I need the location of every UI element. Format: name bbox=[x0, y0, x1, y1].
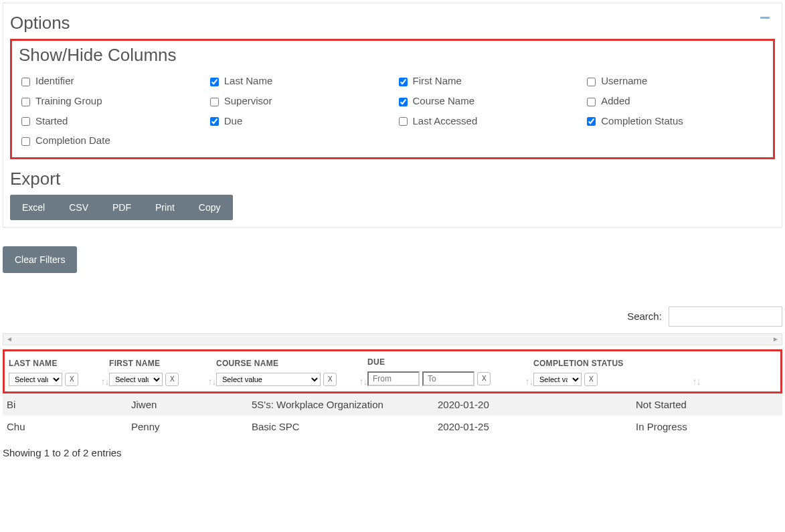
sort-icon[interactable]: ↑↓ bbox=[693, 378, 701, 385]
sort-icon[interactable]: ↑↓ bbox=[359, 378, 367, 385]
collapse-icon[interactable] bbox=[760, 17, 770, 19]
cell-last-name: Chu bbox=[7, 421, 131, 432]
search-input[interactable] bbox=[669, 306, 782, 327]
cell-first-name: Jiwen bbox=[131, 399, 252, 410]
column-checkbox[interactable] bbox=[210, 78, 219, 86]
column-label[interactable]: Last Accessed bbox=[413, 115, 478, 126]
sort-icon[interactable]: ↑↓ bbox=[101, 378, 109, 385]
filter-course-name[interactable]: Select value bbox=[216, 373, 321, 386]
filter-due-to[interactable] bbox=[422, 371, 474, 386]
col-header-course-name: COURSE NAME Select value X ↑↓ bbox=[216, 358, 367, 386]
col-header-last-name: LAST NAME Select value X ↑↓ bbox=[9, 358, 109, 386]
export-excel-button[interactable]: Excel bbox=[10, 195, 57, 220]
column-checkbox[interactable] bbox=[399, 78, 408, 86]
options-heading: Options bbox=[10, 13, 775, 33]
table-row: ChuPennyBasic SPC2020-01-25In Progress bbox=[3, 416, 782, 438]
column-toggle: Username bbox=[584, 75, 766, 88]
search-row: Search: bbox=[3, 306, 782, 327]
column-toggle: First Name bbox=[396, 75, 578, 88]
columns-grid: IdentifierLast NameFirst NameUsernameTra… bbox=[19, 71, 766, 148]
column-checkbox[interactable] bbox=[21, 137, 30, 146]
column-checkbox[interactable] bbox=[21, 78, 30, 86]
col-header-due: DUE X ↑↓ bbox=[367, 357, 533, 386]
col-header-completion-status: COMPLETION STATUS Select value X ↑↓ bbox=[533, 358, 701, 386]
column-label[interactable]: Username bbox=[601, 75, 647, 86]
cell-first-name: Penny bbox=[131, 421, 252, 432]
column-label[interactable]: Supervisor bbox=[224, 95, 272, 106]
column-toggle: Added bbox=[584, 95, 766, 108]
column-label[interactable]: Completion Date bbox=[35, 135, 110, 146]
cell-last-name: Bi bbox=[7, 399, 131, 410]
column-toggle: Training Group bbox=[19, 95, 201, 108]
column-checkbox[interactable] bbox=[587, 78, 596, 86]
showhide-section: Show/Hide Columns IdentifierLast NameFir… bbox=[10, 39, 775, 159]
export-print-button[interactable]: Print bbox=[143, 195, 187, 220]
column-checkbox[interactable] bbox=[587, 98, 596, 106]
column-label[interactable]: Added bbox=[601, 95, 630, 106]
sort-icon[interactable]: ↑↓ bbox=[525, 378, 533, 385]
search-label: Search: bbox=[627, 311, 662, 322]
cell-completion-status: Not Started bbox=[636, 399, 768, 410]
clear-filters-button[interactable]: Clear Filters bbox=[3, 246, 77, 273]
column-checkbox[interactable] bbox=[399, 98, 408, 106]
table-row: BiJiwen5S's: Workplace Organization2020-… bbox=[3, 393, 782, 416]
showhide-heading: Show/Hide Columns bbox=[19, 45, 766, 66]
col-header-first-name: FIRST NAME Select value X ↑↓ bbox=[109, 358, 216, 386]
cell-due: 2020-01-25 bbox=[438, 421, 636, 432]
clear-filter-first-name[interactable]: X bbox=[165, 373, 179, 386]
clear-filter-due[interactable]: X bbox=[477, 372, 491, 385]
export-pdf-button[interactable]: PDF bbox=[100, 195, 143, 220]
clear-filter-course-name[interactable]: X bbox=[323, 373, 337, 386]
column-checkbox[interactable] bbox=[21, 117, 30, 126]
column-label[interactable]: Last Name bbox=[224, 75, 273, 86]
column-label[interactable]: Started bbox=[35, 115, 68, 126]
column-toggle: Completion Status bbox=[584, 115, 766, 128]
column-checkbox[interactable] bbox=[21, 98, 30, 106]
sort-icon[interactable]: ↑↓ bbox=[208, 378, 216, 385]
horizontal-scrollbar[interactable]: ◄ ► bbox=[3, 333, 782, 345]
export-heading: Export bbox=[10, 169, 775, 189]
column-toggle: Last Name bbox=[207, 75, 389, 88]
column-checkbox[interactable] bbox=[587, 117, 596, 126]
column-label[interactable]: Course Name bbox=[413, 95, 475, 106]
cell-due: 2020-01-20 bbox=[438, 399, 636, 410]
export-copy-button[interactable]: Copy bbox=[187, 195, 233, 220]
column-toggle: Supervisor bbox=[207, 95, 389, 108]
filter-first-name[interactable]: Select value bbox=[109, 373, 163, 386]
column-label[interactable]: Identifier bbox=[35, 75, 74, 86]
filter-due-from[interactable] bbox=[367, 371, 420, 386]
column-toggle: Identifier bbox=[19, 75, 201, 88]
column-toggle: Last Accessed bbox=[396, 115, 578, 128]
column-toggle: Due bbox=[207, 115, 389, 128]
column-label[interactable]: Completion Status bbox=[601, 115, 683, 126]
export-button-group: ExcelCSVPDFPrintCopy bbox=[10, 195, 233, 220]
column-toggle: Started bbox=[19, 115, 201, 128]
cell-completion-status: In Progress bbox=[636, 421, 768, 432]
entries-info: Showing 1 to 2 of 2 entries bbox=[3, 447, 782, 458]
column-toggle: Completion Date bbox=[19, 135, 201, 148]
cell-course-name: 5S's: Workplace Organization bbox=[252, 399, 438, 410]
filter-completion-status[interactable]: Select value bbox=[533, 373, 582, 386]
clear-filter-last-name[interactable]: X bbox=[65, 373, 78, 386]
scroll-left-icon[interactable]: ◄ bbox=[6, 335, 13, 343]
export-csv-button[interactable]: CSV bbox=[57, 195, 100, 220]
column-label[interactable]: First Name bbox=[413, 75, 462, 86]
column-label[interactable]: Due bbox=[224, 115, 243, 126]
report-table: LAST NAME Select value X ↑↓ FIRST NAME S… bbox=[3, 349, 782, 458]
cell-course-name: Basic SPC bbox=[252, 421, 438, 432]
column-checkbox[interactable] bbox=[399, 117, 408, 126]
column-checkbox[interactable] bbox=[210, 98, 219, 106]
options-panel: Options Show/Hide Columns IdentifierLast… bbox=[3, 3, 782, 228]
table-header-row: LAST NAME Select value X ↑↓ FIRST NAME S… bbox=[3, 349, 782, 393]
filter-last-name[interactable]: Select value bbox=[9, 373, 62, 386]
column-label[interactable]: Training Group bbox=[35, 95, 102, 106]
clear-filter-completion-status[interactable]: X bbox=[584, 373, 598, 386]
column-toggle: Course Name bbox=[396, 95, 578, 108]
column-checkbox[interactable] bbox=[210, 117, 219, 126]
scroll-right-icon[interactable]: ► bbox=[772, 335, 779, 343]
